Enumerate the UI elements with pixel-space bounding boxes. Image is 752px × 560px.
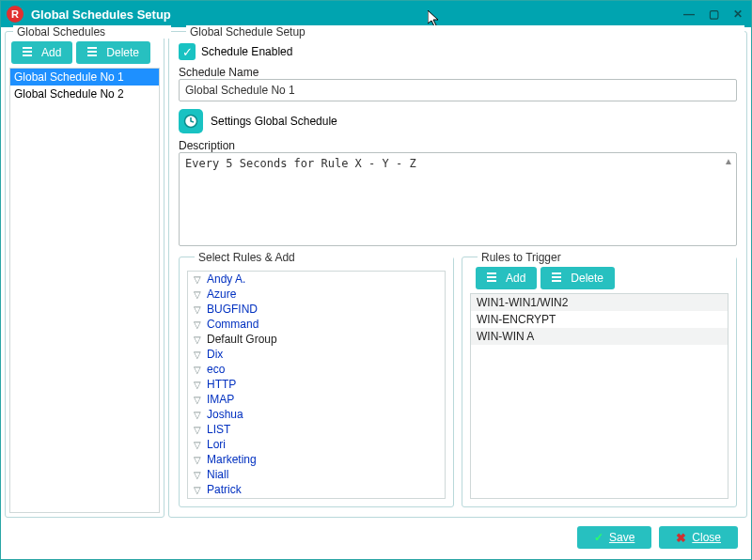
- rule-tree-label: IMAP: [207, 393, 234, 406]
- rule-tree-label: LIST: [207, 423, 230, 436]
- rule-tree-item[interactable]: ▽Dix: [188, 347, 445, 362]
- clock-gear-icon: [183, 114, 198, 129]
- rule-tree-item[interactable]: ▽Patrick: [188, 482, 445, 497]
- delete-rule-icon: [552, 272, 565, 285]
- svg-rect-4: [87, 51, 97, 53]
- rule-tree-label: BUGFIND: [207, 303, 258, 316]
- rule-tree-item[interactable]: ▽eco: [188, 362, 445, 377]
- settings-schedule-button[interactable]: [179, 109, 203, 133]
- global-schedules-label: Global Schedules: [13, 25, 171, 39]
- expand-icon[interactable]: ▽: [192, 470, 203, 480]
- rule-tree-item[interactable]: ▽Lori: [188, 437, 445, 452]
- expand-icon[interactable]: ▽: [192, 395, 203, 405]
- schedule-name-input[interactable]: [179, 79, 737, 101]
- rule-tree-item[interactable]: ▽BUGFIND: [188, 302, 445, 317]
- expand-icon[interactable]: ▽: [192, 350, 203, 360]
- expand-icon[interactable]: ▽: [192, 440, 203, 450]
- add-schedule-button[interactable]: Add: [11, 41, 72, 64]
- rule-tree-label: Marketing: [207, 453, 257, 466]
- rule-tree-item[interactable]: ▽Azure: [188, 287, 445, 302]
- trigger-list-item[interactable]: WIN-ENCRYPT: [471, 311, 728, 328]
- expand-icon[interactable]: ▽: [192, 334, 203, 345]
- setup-group-label: Global Schedule Setup: [186, 25, 744, 39]
- rule-tree-label: Command: [207, 318, 258, 331]
- expand-icon[interactable]: ▽: [192, 485, 203, 495]
- svg-rect-12: [552, 276, 561, 278]
- rule-tree-label: Lori: [207, 438, 226, 451]
- titlebar: R Global Schedules Setup — ▢ ✕: [1, 1, 751, 27]
- close-window-button[interactable]: ✕: [730, 7, 745, 22]
- rule-tree-item[interactable]: ▽Joshua: [188, 407, 445, 422]
- window-title: Global Schedules Setup: [31, 8, 682, 22]
- rule-tree-item[interactable]: ▽HTTP: [188, 377, 445, 392]
- rule-tree-item[interactable]: ▽Default Group: [188, 332, 445, 347]
- app-logo-icon: R: [7, 6, 24, 23]
- rules-to-trigger-list[interactable]: WIN1-WIN1/WIN2WIN-ENCRYPTWIN-WIN A: [470, 293, 728, 499]
- rule-tree-item[interactable]: ▽Niall: [188, 467, 445, 482]
- add-schedule-label: Add: [41, 46, 61, 59]
- expand-icon[interactable]: ▽: [192, 410, 203, 420]
- rules-to-trigger-label: Rules to Trigger: [478, 251, 736, 264]
- trigger-list-item[interactable]: WIN1-WIN1/WIN2: [471, 294, 728, 311]
- schedule-enabled-checkbox[interactable]: ✓: [179, 43, 196, 60]
- select-rules-label: Select Rules & Add: [195, 251, 453, 264]
- svg-rect-9: [487, 276, 496, 278]
- svg-rect-8: [487, 272, 496, 274]
- rule-tree-item[interactable]: ▽IMAP: [188, 392, 445, 407]
- delete-schedule-label: Delete: [106, 46, 139, 59]
- minimize-button[interactable]: —: [682, 7, 697, 22]
- rule-tree-item[interactable]: ▽Andy A.: [188, 272, 445, 287]
- rule-tree-label: Andy A.: [207, 272, 245, 286]
- global-schedules-panel: Global Schedules Add Delete: [5, 31, 164, 518]
- add-list-icon: [23, 46, 36, 59]
- rule-tree-label: Azure: [207, 288, 236, 301]
- rule-tree-label: HTTP: [207, 378, 236, 391]
- svg-rect-2: [23, 54, 32, 56]
- svg-rect-3: [87, 47, 97, 49]
- rule-tree-label: Joshua: [207, 408, 243, 421]
- delete-rule-button[interactable]: Delete: [540, 267, 615, 289]
- client-area: Global Schedules Add Delete: [1, 27, 751, 559]
- close-x-icon: ✖: [676, 531, 686, 545]
- delete-schedule-button[interactable]: Delete: [76, 41, 150, 64]
- scroll-up-icon[interactable]: ▲: [722, 154, 735, 167]
- expand-icon[interactable]: ▽: [192, 274, 203, 285]
- svg-rect-11: [552, 272, 561, 274]
- rule-tree-item[interactable]: ▽LIST: [188, 422, 445, 437]
- expand-icon[interactable]: ▽: [192, 365, 203, 375]
- rule-tree-item[interactable]: ▽Command: [188, 317, 445, 332]
- schedule-list-item[interactable]: Global Schedule No 2: [10, 86, 159, 102]
- schedule-list-item[interactable]: Global Schedule No 1: [10, 69, 159, 86]
- description-label: Description: [179, 139, 737, 152]
- rules-tree[interactable]: ▽Andy A.▽Azure▽BUGFIND▽Command▽Default G…: [187, 271, 446, 499]
- delete-list-icon: [87, 46, 101, 59]
- add-rule-button[interactable]: Add: [476, 267, 537, 289]
- svg-rect-10: [487, 280, 496, 282]
- close-button[interactable]: ✖ Close: [659, 526, 738, 549]
- expand-icon[interactable]: ▽: [192, 380, 203, 390]
- schedule-enabled-label: Schedule Enabled: [201, 45, 292, 58]
- check-icon: ✓: [594, 531, 603, 544]
- app-window: R Global Schedules Setup — ▢ ✕ Global Sc…: [0, 0, 752, 560]
- global-schedule-setup-panel: Global Schedule Setup ✓ Schedule Enabled…: [168, 31, 747, 518]
- trigger-list-item[interactable]: WIN-WIN A: [471, 328, 728, 345]
- schedule-list[interactable]: Global Schedule No 1Global Schedule No 2: [9, 68, 160, 513]
- description-textarea[interactable]: [179, 152, 737, 246]
- save-label: Save: [609, 531, 634, 544]
- expand-icon[interactable]: ▽: [192, 425, 203, 435]
- rule-tree-item[interactable]: ▽Marketing: [188, 452, 445, 467]
- expand-icon[interactable]: ▽: [192, 455, 203, 465]
- rule-tree-label: Niall: [207, 468, 228, 481]
- svg-rect-0: [23, 47, 32, 49]
- save-button[interactable]: ✓ Save: [577, 526, 651, 549]
- rule-tree-label: Patrick: [207, 483, 242, 496]
- rule-tree-label: eco: [207, 363, 225, 376]
- expand-icon[interactable]: ▽: [192, 289, 203, 300]
- expand-icon[interactable]: ▽: [192, 319, 203, 330]
- rule-tree-label: Dix: [207, 348, 223, 361]
- svg-rect-13: [552, 280, 561, 282]
- maximize-button[interactable]: ▢: [706, 7, 721, 22]
- close-label: Close: [692, 531, 721, 544]
- expand-icon[interactable]: ▽: [192, 304, 203, 315]
- settings-schedule-label: Settings Global Schedule: [211, 115, 337, 128]
